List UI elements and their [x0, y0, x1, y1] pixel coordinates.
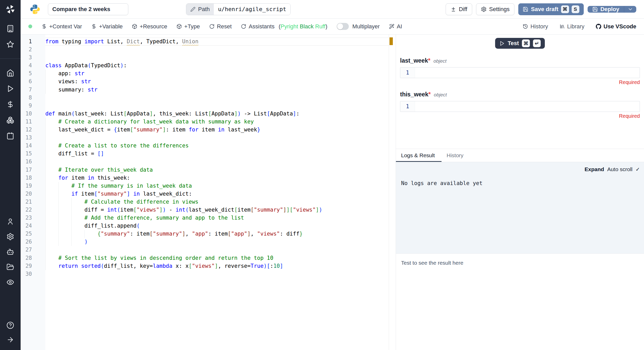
- arg-name: this_week: [400, 91, 428, 98]
- runs-play-icon[interactable]: [6, 85, 14, 93]
- expand-button[interactable]: Expand: [584, 166, 604, 172]
- code-editor[interactable]: 1234567891011121314151617181920212223242…: [21, 35, 396, 350]
- folders-icon[interactable]: [6, 263, 14, 271]
- variables-dollar-icon[interactable]: [6, 101, 14, 108]
- schedules-calendar-icon[interactable]: [6, 132, 14, 140]
- top-bar: Compare the 2 weeks Path u/henri/agile_s…: [21, 0, 644, 19]
- add-type-button[interactable]: +Type: [176, 23, 200, 30]
- line-number: 1: [400, 101, 415, 112]
- code-line[interactable]: {"summary": item["summary"], "app": item…: [45, 230, 389, 238]
- test-button[interactable]: Test ⌘ ↵: [495, 38, 545, 49]
- code-line[interactable]: [45, 246, 389, 254]
- workspace-building-icon[interactable]: [6, 25, 14, 32]
- code-line[interactable]: diff_list = []: [45, 150, 389, 158]
- code-line[interactable]: diff = int(item["views"]) - int(last_wee…: [45, 206, 389, 214]
- use-vscode-button[interactable]: Use VScode: [596, 23, 636, 30]
- deploy-dropdown-button[interactable]: [624, 6, 636, 13]
- multiplayer-toggle[interactable]: [337, 23, 349, 30]
- code-line[interactable]: # If the summary is in last_week data: [45, 182, 389, 190]
- diff-button[interactable]: Diff: [446, 3, 472, 15]
- collapse-arrow-icon[interactable]: [6, 336, 14, 344]
- arg-json-input[interactable]: 1: [400, 101, 640, 112]
- code-line[interactable]: [45, 270, 389, 278]
- chevron-down-icon: [628, 6, 633, 12]
- rotate-icon: [241, 24, 246, 29]
- arg-json-input[interactable]: 1: [400, 67, 640, 78]
- code-line[interactable]: # Create a list to store the differences: [45, 142, 389, 150]
- code-line[interactable]: [45, 94, 389, 102]
- arg-type: object: [434, 58, 447, 64]
- settings-gear-icon[interactable]: [6, 233, 14, 240]
- code-line[interactable]: [45, 158, 389, 166]
- code-line[interactable]: from typing import List, Dict, TypedDict…: [45, 38, 389, 46]
- editor-scrollbar[interactable]: [389, 35, 396, 350]
- add-context-var-button[interactable]: +Context Var: [41, 23, 82, 30]
- github-icon: [596, 24, 601, 29]
- code-line[interactable]: def main(last_week: List[AppData], this_…: [45, 110, 389, 118]
- settings-button[interactable]: Settings: [476, 3, 515, 15]
- code-line[interactable]: if item["summary"] in last_week_dict:: [45, 190, 389, 198]
- home-icon[interactable]: [6, 69, 14, 77]
- path-control[interactable]: Path u/henri/agile_script: [186, 3, 291, 15]
- save-draft-button[interactable]: Save draft ⌘ S: [518, 3, 583, 15]
- code-line[interactable]: # Calculate the difference in views: [45, 198, 389, 206]
- code-line[interactable]: [45, 54, 389, 62]
- code-line[interactable]: last_week_dict = {item["summary"]: item …: [45, 126, 389, 134]
- code-line[interactable]: [45, 46, 389, 54]
- line-number: 1: [400, 68, 415, 78]
- arg-block: this_week* object 1 Required: [400, 91, 640, 119]
- help-icon[interactable]: [6, 321, 14, 329]
- save-icon: [523, 6, 528, 12]
- required-star: *: [428, 57, 430, 64]
- deploy-button[interactable]: Deploy: [588, 6, 624, 13]
- code-line[interactable]: summary: str: [45, 86, 389, 94]
- check-icon[interactable]: ✓: [635, 166, 640, 172]
- add-variable-button[interactable]: +Variable: [91, 23, 123, 30]
- editor-code-area[interactable]: from typing import List, Dict, TypedDict…: [45, 35, 389, 350]
- add-resource-button[interactable]: +Resource: [132, 23, 167, 30]
- package-icon: [176, 24, 182, 29]
- code-line[interactable]: app: str: [45, 70, 389, 78]
- code-line[interactable]: # Create a dictionary for last_week data…: [45, 118, 389, 126]
- favorites-star-icon[interactable]: [6, 40, 14, 48]
- code-line[interactable]: class AppData(TypedDict):: [45, 62, 389, 70]
- rotate-icon: [209, 24, 215, 29]
- windmill-logo-icon[interactable]: [0, 0, 21, 19]
- reset-button[interactable]: Reset: [209, 23, 232, 30]
- workers-bot-icon[interactable]: [6, 248, 14, 256]
- tab-logs-result[interactable]: Logs & Result: [396, 149, 442, 162]
- users-icon[interactable]: [6, 218, 14, 225]
- code-line[interactable]: [45, 134, 389, 142]
- code-line[interactable]: # Sort the list by views in descending o…: [45, 254, 389, 262]
- history-clock-icon: [523, 24, 528, 29]
- ai-button[interactable]: AI: [389, 23, 402, 30]
- code-line[interactable]: # Add the difference, summary and app to…: [45, 214, 389, 222]
- code-line[interactable]: return sorted(diff_list, key=lambda x: x…: [45, 262, 389, 270]
- sidebar-divider: [0, 59, 21, 59]
- script-name-input[interactable]: Compare the 2 weeks: [48, 3, 128, 15]
- library-button[interactable]: Library: [560, 23, 584, 30]
- s-key-badge: S: [572, 5, 579, 13]
- assistants-button[interactable]: Assistants: [241, 23, 274, 30]
- play-icon: [499, 41, 505, 46]
- autoscroll-label[interactable]: Auto scroll: [607, 166, 632, 172]
- path-label: Path: [198, 6, 210, 13]
- audit-eye-icon[interactable]: [6, 278, 14, 286]
- path-value[interactable]: u/henri/agile_script: [214, 4, 290, 15]
- left-sidebar: [0, 0, 21, 350]
- deploy-button-group: Deploy: [588, 6, 636, 13]
- code-line[interactable]: views: str: [45, 78, 389, 86]
- code-line[interactable]: ): [45, 238, 389, 246]
- code-line[interactable]: # Iterate over this_week data: [45, 166, 389, 174]
- windmill-script-editor: Compare the 2 weeks Path u/henri/agile_s…: [0, 0, 644, 350]
- editor-toolbar: +Context Var +Variable +Resource +Type: [21, 19, 644, 35]
- save-icon: [592, 6, 598, 12]
- history-button[interactable]: History: [523, 23, 548, 30]
- resources-boxes-icon[interactable]: [6, 116, 14, 124]
- tab-history[interactable]: History: [442, 149, 470, 162]
- code-line[interactable]: diff_list.append(: [45, 222, 389, 230]
- code-line[interactable]: for item in this_week:: [45, 174, 389, 182]
- code-line[interactable]: [45, 102, 389, 110]
- status-dot: [28, 24, 32, 28]
- warning-marker: [389, 37, 393, 45]
